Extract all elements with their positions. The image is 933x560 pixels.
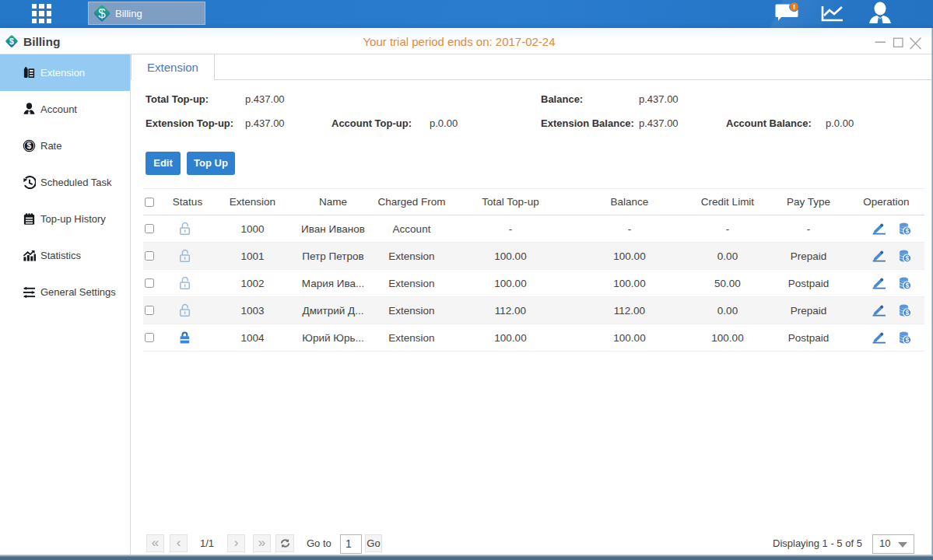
svg-text:$: $ bbox=[27, 142, 32, 150]
svg-text:!: ! bbox=[793, 2, 795, 11]
svg-text:$: $ bbox=[98, 6, 106, 21]
